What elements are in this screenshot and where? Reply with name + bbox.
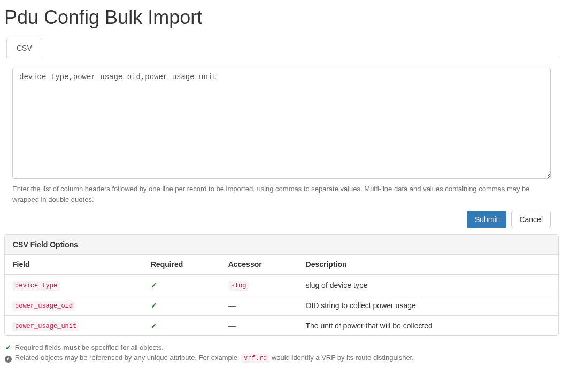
field-code: power_usage_unit	[12, 322, 79, 331]
col-description: Description	[298, 255, 558, 275]
field-code: power_usage_oid	[12, 301, 75, 311]
check-icon: ✓	[151, 322, 157, 330]
footnote-related: i Related objects may be referenced by a…	[4, 354, 559, 362]
csv-field-table: Field Required Accessor Description devi…	[5, 255, 558, 335]
tab-bar: CSV	[4, 37, 559, 58]
csv-field-options-heading: CSV Field Options	[5, 235, 558, 255]
check-icon: ✓	[151, 301, 157, 310]
csv-help-text: Enter the list of column headers followe…	[12, 184, 551, 205]
submit-button[interactable]: Submit	[467, 211, 506, 228]
csv-textarea[interactable]	[12, 68, 551, 179]
accessor-code: slug	[228, 281, 249, 291]
dash-icon: —	[228, 301, 236, 310]
info-icon: i	[4, 354, 12, 362]
cancel-button[interactable]: Cancel	[511, 211, 551, 228]
page-title: Pdu Config Bulk Import	[4, 6, 559, 29]
col-accessor: Accessor	[221, 255, 298, 275]
dash-icon: —	[228, 322, 236, 330]
table-row: device_type✓slugslug of device type	[5, 275, 558, 295]
tab-csv[interactable]: CSV	[6, 38, 42, 58]
col-field: Field	[5, 255, 143, 275]
description-cell: slug of device type	[298, 275, 558, 295]
description-cell: The unit of power that will be collected	[298, 316, 558, 336]
footnote-required: ✓ Required fields must be specified for …	[4, 343, 559, 351]
col-required: Required	[143, 255, 221, 275]
check-icon: ✓	[151, 281, 157, 289]
table-row: power_usage_oid✓—OID string to collect p…	[5, 295, 558, 316]
description-cell: OID string to collect power usage	[298, 295, 558, 316]
table-row: power_usage_unit✓—The unit of power that…	[5, 316, 558, 336]
check-icon: ✓	[4, 343, 12, 351]
field-code: device_type	[12, 281, 60, 291]
csv-field-options-panel: CSV Field Options Field Required Accesso…	[4, 234, 559, 336]
